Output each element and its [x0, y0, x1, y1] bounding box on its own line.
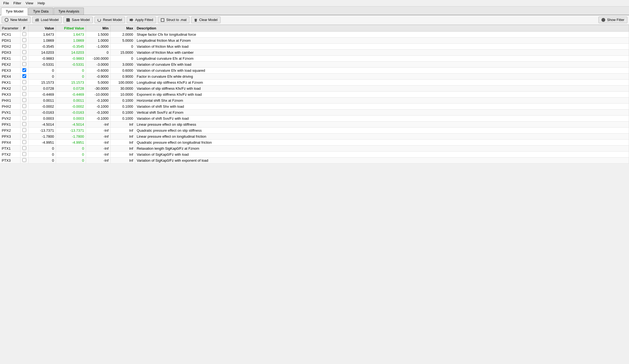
cell-value: -13.7371 [28, 128, 56, 134]
f-checkbox[interactable] [22, 32, 26, 36]
struct-to-mat-button[interactable]: Struct to .mat [158, 17, 189, 23]
f-checkbox[interactable] [22, 98, 26, 102]
apply-fitted-button[interactable]: Apply Fitted [127, 17, 156, 23]
cell-param: PEX2 [0, 62, 20, 68]
f-checkbox[interactable] [22, 134, 26, 138]
save-model-button[interactable]: Save Model [63, 17, 93, 23]
f-checkbox[interactable] [22, 140, 26, 144]
menu-help[interactable]: Help [35, 1, 47, 6]
cell-f[interactable] [20, 140, 28, 146]
cell-fitted-value: -0.4469 [56, 92, 86, 98]
tab-tyre-data[interactable]: Tyre Data [28, 8, 53, 15]
clear-model-button[interactable]: Clear Model [191, 17, 220, 23]
cell-f[interactable] [20, 68, 28, 74]
f-checkbox[interactable] [22, 86, 26, 90]
cell-f[interactable] [20, 62, 28, 68]
f-checkbox[interactable] [22, 128, 26, 132]
cell-description: Variation of SigKap0/Fz with exponent of… [135, 158, 629, 164]
cell-f[interactable] [20, 134, 28, 140]
cell-value: -0.4469 [28, 92, 56, 98]
f-checkbox[interactable] [22, 62, 26, 66]
cell-fitted-value: -0.9883 [56, 56, 86, 62]
cell-f[interactable] [20, 86, 28, 92]
cell-max: 0.1000 [110, 116, 135, 122]
cell-fitted-value: 0 [56, 68, 86, 74]
tab-bar: Tyre Model Tyre Data Tyre Analysis [0, 7, 629, 15]
cell-value: 0 [28, 152, 56, 158]
cell-fitted-value: 1.6473 [56, 32, 86, 38]
cell-description: Variation of curvature Efx with load squ… [135, 68, 629, 74]
f-checkbox[interactable] [22, 146, 26, 150]
f-checkbox[interactable] [22, 110, 26, 114]
cell-f[interactable] [20, 74, 28, 80]
cell-f[interactable] [20, 44, 28, 50]
cell-description: Variation of friction Mux with load [135, 44, 629, 50]
f-checkbox[interactable] [22, 38, 26, 42]
cell-fitted-value: 14.0203 [56, 50, 86, 56]
menu-view[interactable]: View [23, 1, 35, 6]
f-checkbox[interactable] [22, 104, 26, 108]
cell-max: 100.0000 [110, 80, 135, 86]
table-row: PEX400-0.90000.9000Factor in curvature E… [0, 74, 629, 80]
cell-value: 14.0203 [28, 50, 56, 56]
header-max: Max [110, 25, 135, 32]
f-checkbox[interactable] [22, 68, 26, 72]
cell-description: Linear pressure effect on slip stiffness [135, 122, 629, 128]
f-checkbox[interactable] [22, 56, 26, 60]
f-checkbox[interactable] [22, 158, 26, 162]
load-model-button[interactable]: Load Model [32, 17, 62, 23]
cell-min: -Inf [86, 152, 110, 158]
cell-f[interactable] [20, 116, 28, 122]
tab-tyre-model[interactable]: Tyre Model [1, 8, 28, 15]
cell-value: -0.3545 [28, 44, 56, 50]
cell-description: Variation of curvature Efx with load [135, 62, 629, 68]
f-checkbox[interactable] [22, 92, 26, 96]
cell-f[interactable] [20, 92, 28, 98]
cell-f[interactable] [20, 32, 28, 38]
f-checkbox[interactable] [22, 44, 26, 48]
cell-f[interactable] [20, 104, 28, 110]
cell-f[interactable] [20, 38, 28, 44]
cell-f[interactable] [20, 50, 28, 56]
f-checkbox[interactable] [22, 80, 26, 84]
menu-filter[interactable]: Filter [11, 1, 23, 6]
cell-value: -4.5014 [28, 122, 56, 128]
f-checkbox[interactable] [22, 74, 26, 78]
menu-file[interactable]: File [1, 1, 11, 6]
table-row: PHX10.00110.0011-0.10000.1000Horizontal … [0, 98, 629, 104]
cell-f[interactable] [20, 152, 28, 158]
cell-max: 15.0000 [110, 50, 135, 56]
table-row: PEX300-0.60000.6000Variation of curvatur… [0, 68, 629, 74]
cell-description: Longitudinal friction Mux at Fznom [135, 38, 629, 44]
f-checkbox[interactable] [22, 116, 26, 120]
cell-min: 0 [86, 50, 110, 56]
cell-value: 0 [28, 68, 56, 74]
cell-f[interactable] [20, 110, 28, 116]
cell-f[interactable] [20, 128, 28, 134]
cell-fitted-value: 1.0869 [56, 38, 86, 44]
f-checkbox[interactable] [22, 122, 26, 126]
tab-tyre-analysis[interactable]: Tyre Analysis [54, 8, 84, 15]
f-checkbox[interactable] [22, 152, 26, 156]
cell-f[interactable] [20, 98, 28, 104]
cell-fitted-value: -0.3545 [56, 44, 86, 50]
table-row: PPX2-13.7371-13.7371-InfInfQuadratic pre… [0, 128, 629, 134]
cell-f[interactable] [20, 80, 28, 86]
cell-f[interactable] [20, 56, 28, 62]
reset-model-button[interactable]: Reset Model [94, 17, 125, 23]
cell-min: -0.9000 [86, 74, 110, 80]
header-f: F [20, 25, 28, 32]
show-fitter-button[interactable]: Show Fitter [598, 17, 627, 23]
cell-max: 10.0000 [110, 92, 135, 98]
f-checkbox[interactable] [22, 50, 26, 54]
cell-max: Inf [110, 146, 135, 152]
cell-min: 1.0000 [86, 38, 110, 44]
cell-f[interactable] [20, 122, 28, 128]
show-fitter-icon [601, 18, 605, 22]
cell-f[interactable] [20, 146, 28, 152]
cell-param: PKX2 [0, 86, 20, 92]
cell-value: 15.1573 [28, 80, 56, 86]
new-model-button[interactable]: New Model [2, 17, 31, 23]
cell-f[interactable] [20, 158, 28, 164]
cell-max: Inf [110, 122, 135, 128]
